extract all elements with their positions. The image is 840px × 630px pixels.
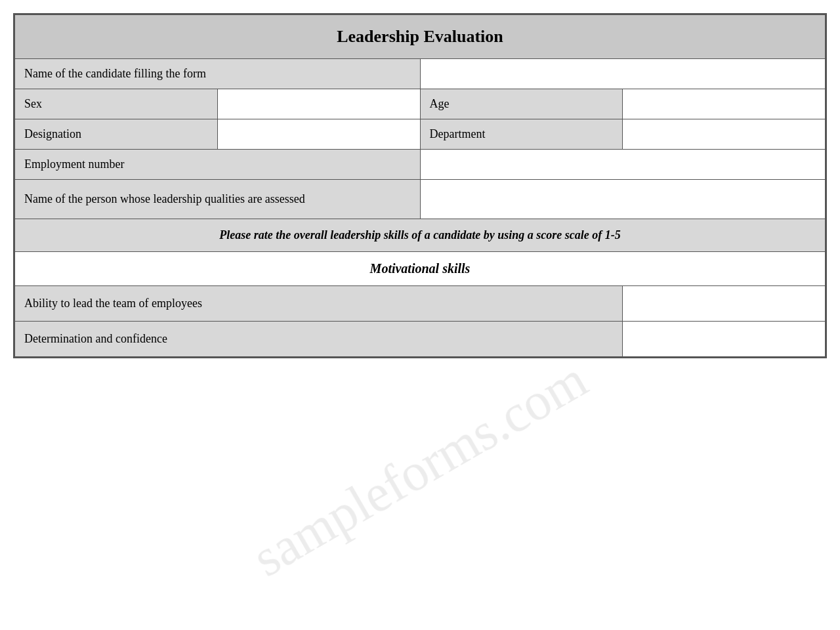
designation-value[interactable] xyxy=(217,119,420,150)
candidate-name-row: Name of the candidate filling the form xyxy=(15,59,826,89)
skill-label-1: Determination and confidence xyxy=(15,322,623,357)
designation-label: Designation xyxy=(15,119,218,150)
skill-label-0: Ability to lead the team of employees xyxy=(15,286,623,322)
employment-value[interactable] xyxy=(420,150,826,180)
age-label: Age xyxy=(420,89,623,119)
section-header: Please rate the overall leadership skill… xyxy=(15,219,826,252)
sex-value[interactable] xyxy=(217,89,420,119)
subsection-header: Motivational skills xyxy=(15,252,826,286)
sex-age-row: Sex Age xyxy=(15,89,826,119)
assessed-label: Name of the person whose leadership qual… xyxy=(15,180,421,219)
assessed-value[interactable] xyxy=(420,180,826,219)
skill-row-0: Ability to lead the team of employees xyxy=(15,286,826,322)
employment-row: Employment number xyxy=(15,150,826,180)
watermark: sampleforms.com xyxy=(243,349,597,588)
form-container: Leadership Evaluation Name of the candid… xyxy=(13,13,827,358)
title-row: Leadership Evaluation xyxy=(15,15,826,59)
skill-value-0[interactable] xyxy=(623,286,826,322)
subsection-header-row: Motivational skills xyxy=(15,252,826,286)
form-title: Leadership Evaluation xyxy=(15,15,826,59)
candidate-name-value[interactable] xyxy=(420,59,826,89)
sex-label: Sex xyxy=(15,89,218,119)
skill-row-1: Determination and confidence xyxy=(15,322,826,357)
section-header-row: Please rate the overall leadership skill… xyxy=(15,219,826,252)
department-value[interactable] xyxy=(623,119,826,150)
designation-department-row: Designation Department xyxy=(15,119,826,150)
candidate-name-label: Name of the candidate filling the form xyxy=(15,59,421,89)
department-label: Department xyxy=(420,119,623,150)
skill-value-1[interactable] xyxy=(623,322,826,357)
age-value[interactable] xyxy=(623,89,826,119)
assessed-row: Name of the person whose leadership qual… xyxy=(15,180,826,219)
employment-label: Employment number xyxy=(15,150,421,180)
